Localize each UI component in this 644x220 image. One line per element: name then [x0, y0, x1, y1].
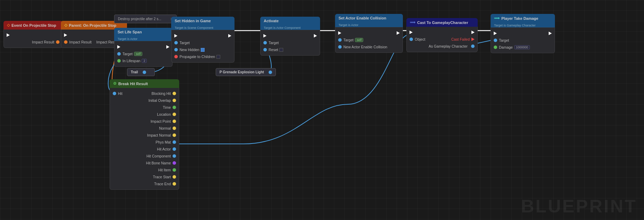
node-damage-target-row: Target: [491, 37, 555, 44]
blocking-hit-label: Blocking Hit: [152, 91, 171, 96]
hidden-propagate-checkbox[interactable]: [216, 55, 220, 59]
node-grenade-title: P Grenade Explosion Light: [220, 70, 264, 74]
node-trail[interactable]: Trail: [127, 68, 155, 76]
node-hidden-new-hidden-row: New Hidden: [172, 46, 234, 53]
node-collision-enable-row: New Actor Enable Collision: [335, 43, 403, 50]
hidden-new-hidden-checkbox[interactable]: [201, 48, 205, 52]
hidden-target-label: Target: [180, 41, 190, 45]
lifespan-target-label: Target: [122, 52, 133, 56]
damage-exec-out: [549, 32, 552, 35]
node-hidden-propagate-row: Propagate to Children: [172, 53, 234, 60]
cast-icon: ⟹: [410, 20, 415, 25]
hidden-propagate-label: Propagate to Children: [180, 55, 215, 59]
blueprint-watermark: BLUEPRINT: [521, 196, 637, 217]
break-hit-input-pin: [113, 92, 116, 95]
node-hidden-title: Set Hidden in Game: [175, 19, 211, 23]
normal-label: Normal: [159, 126, 171, 130]
exec-out-pin: [7, 33, 10, 37]
node-set-actor-enable-collision[interactable]: Set Actor Enable Collision Target is Act…: [335, 14, 403, 53]
node-collision-subtitle: Target is Actor: [339, 23, 358, 27]
break-hit-hit-label: Hit: [118, 91, 122, 96]
impact-normal-pin: [173, 133, 176, 137]
node-activate-exec-row: [261, 32, 320, 39]
node-lifespan-exec-row: [114, 43, 172, 50]
hidden-new-hidden-pin: [174, 48, 178, 51]
phys-mat-pin: [173, 140, 176, 144]
cast-object-pin: [410, 38, 413, 41]
node-damage-title: Player Take Damage: [501, 16, 538, 21]
lifespan-inlifespan-pin: [117, 59, 121, 63]
lifespan-val-badge: 2: [142, 59, 147, 63]
cast-object-label: Object: [415, 37, 425, 41]
node-event-exec-row: [4, 32, 62, 39]
damage-target-pin: [494, 39, 497, 42]
node-event-projectile-stop[interactable]: ◇ Event On Projectile Stop Impact Result: [3, 21, 63, 48]
node-hidden-target-row: Target: [172, 39, 234, 46]
node-collision-title: Set Actor Enable Collision: [339, 16, 386, 20]
node-damage-subtitle: Target is Gameplay Character: [494, 24, 536, 27]
impact-label-text: Impact Result: [32, 40, 54, 44]
node-destroy-title: Destroy projectile after 2 s...: [118, 17, 161, 21]
node-bhr-trace-start-row: Trace Start: [110, 173, 179, 180]
node-bhr-time-row: Time: [110, 104, 179, 111]
damage-icon: ⟹: [494, 16, 500, 21]
node-damage-body: Target Damage 1000000: [491, 28, 555, 53]
node-damage-exec-row: [491, 30, 555, 37]
node-bhr-hit-item-row: Hit Item: [110, 166, 179, 173]
node-bhr-impact-point-row: Impact Point: [110, 118, 179, 125]
node-set-hidden-in-game[interactable]: Set Hidden in Game Target is Scene Compo…: [171, 17, 234, 63]
impact-result-label: Impact Result: [7, 40, 59, 44]
node-set-life-span[interactable]: Set Life Span Target is Actor Target sel…: [114, 28, 173, 67]
node-cast-to-gameplay-character[interactable]: ⟹ Cast To GameplayCharacter Object Cast …: [406, 18, 478, 52]
node-bhr-overlap-row: Initial Overlap: [110, 97, 179, 104]
node-hidden-subtitle-bar: Target is Scene Component: [171, 25, 234, 30]
hidden-new-hidden-label: New Hidden: [180, 48, 199, 52]
node-hidden-header: Set Hidden in Game: [171, 17, 234, 25]
initial-overlap-label: Initial Overlap: [149, 98, 171, 103]
node-activate-subtitle-bar: Target is Actor Component: [260, 25, 320, 30]
node-activate[interactable]: Activate Target is Actor Component Targe…: [260, 17, 320, 56]
collision-enable-pin: [338, 45, 342, 49]
node-destroy-comment[interactable]: Destroy projectile after 2 s... ✕: [114, 15, 177, 23]
collision-target-label: Target: [343, 38, 353, 42]
node-break-hit-title: Break Hit Result: [118, 82, 148, 86]
node-cast-body: Object Cast Failed As Gameplay Character: [406, 27, 478, 52]
node-event-impact-row: Impact Result: [4, 39, 62, 46]
activate-target-pin: [263, 41, 267, 44]
node-player-take-damage[interactable]: ⟹ Player Take Damage Target is Gameplay …: [491, 14, 555, 53]
trace-end-label: Trace End: [154, 182, 171, 186]
cast-failed-pin: [471, 38, 475, 41]
node-break-hit-body: Hit Blocking Hit Initial Overlap Time Lo…: [110, 88, 179, 190]
node-bhr-phys-mat-row: Phys Mat: [110, 139, 179, 146]
node-collision-exec-row: [335, 30, 403, 36]
normal-pin: [173, 127, 176, 130]
location-pin: [173, 113, 176, 116]
node-cast-as-row: As Gameplay Character: [407, 43, 477, 50]
node-lifespan-title: Set Life Span: [118, 30, 142, 34]
damage-damage-pin: [494, 46, 497, 49]
trace-start-pin: [173, 175, 176, 179]
lifespan-exec-out: [166, 45, 169, 49]
node-activate-body: Target Reset: [260, 30, 320, 56]
node-bhr-normal-row: Normal: [110, 125, 179, 132]
impact-point-label: Impact Point: [151, 119, 171, 123]
node-lifespan-body: Target self In Lifespan 2: [114, 41, 173, 67]
hidden-propagate-pin: [174, 55, 178, 58]
activate-target-label: Target: [269, 41, 279, 45]
node-cast-exec-row: [407, 29, 477, 36]
hidden-exec-out: [228, 34, 231, 38]
activate-reset-checkbox[interactable]: [279, 48, 283, 52]
trace-start-label: Trace Start: [153, 175, 171, 179]
node-event-body: Impact Result: [3, 30, 63, 48]
node-bhr-trace-end-row: Trace End: [110, 180, 179, 187]
hit-item-label: Hit Item: [158, 168, 171, 172]
cast-exec-in: [410, 31, 413, 34]
node-break-hit-result[interactable]: ⚙ Break Hit Result Hit Blocking Hit Init…: [110, 79, 179, 190]
damage-val-badge: 1000000: [514, 45, 530, 49]
node-collision-header: Set Actor Enable Collision: [335, 14, 403, 22]
node-activate-reset-row: Reset: [261, 46, 320, 53]
node-bhr-impact-normal-row: Impact Normal: [110, 132, 179, 139]
node-damage-header: ⟹ Player Take Damage: [491, 14, 555, 23]
node-p-grenade-explosion-light[interactable]: P Grenade Explosion Light: [216, 68, 276, 76]
break-hit-icon: ⚙: [113, 81, 117, 86]
